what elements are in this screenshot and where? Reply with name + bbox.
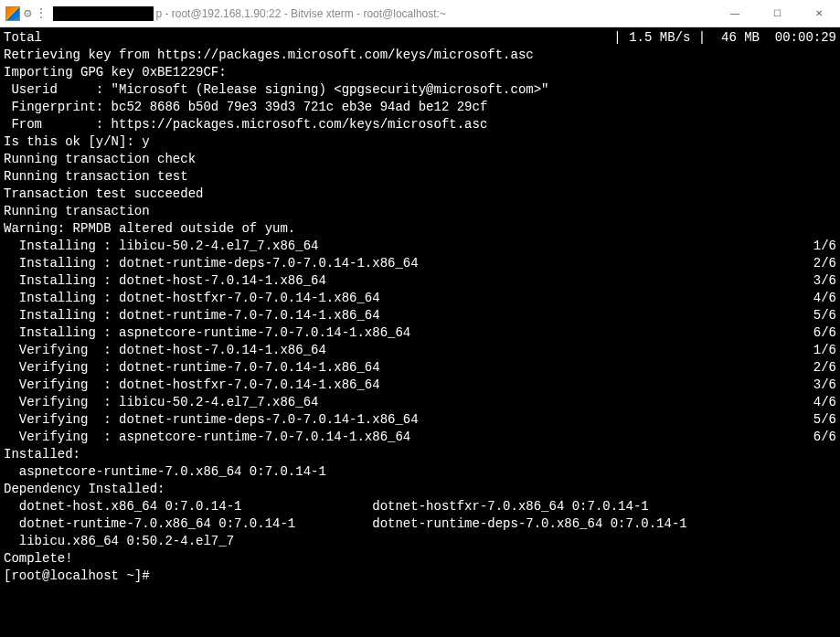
terminal-line: Installing : dotnet-hostfxr-7.0-7.0.14-1… (4, 290, 836, 307)
redacted-title (53, 6, 154, 21)
terminal-line: [root@localhost ~]# (4, 568, 836, 585)
terminal-text: Complete! (4, 551, 73, 566)
terminal-text: Installing : dotnet-hostfxr-7.0-7.0.14-1… (4, 291, 380, 305)
terminal-line: Verifying : aspnetcore-runtime-7.0-7.0.1… (4, 429, 836, 446)
terminal-text-right: 4/6 (813, 394, 836, 411)
terminal-text-right: 5/6 (813, 411, 836, 429)
terminal-text: Installing : libicu-50.2-4.el7_7.x86_64 (4, 239, 318, 253)
terminal-text: libicu.x86_64 0:50.2-4.el7_7 (4, 534, 234, 548)
terminal-text-right: | 1.5 MB/s | 46 MB 00:00:29 (613, 29, 836, 47)
terminal-line: Userid : "Microsoft (Release signing) <g… (4, 81, 836, 99)
terminal-line: Retrieving key from https://packages.mic… (4, 47, 836, 64)
terminal-line: Installed: (4, 446, 836, 463)
terminal-line: Importing GPG key 0xBE1229CF: (4, 64, 836, 81)
terminal-line: Running transaction test (4, 168, 836, 186)
terminal-line: Total| 1.5 MB/s | 46 MB 00:00:29 (4, 29, 836, 47)
terminal-text: Importing GPG key 0xBE1229CF: (4, 65, 227, 80)
terminal-line: Installing : aspnetcore-runtime-7.0-7.0.… (4, 324, 836, 342)
terminal-text: Is this ok [y/N]: y (4, 134, 150, 149)
terminal-line: Is this ok [y/N]: y (4, 133, 836, 151)
terminal-text: Running transaction (4, 204, 150, 218)
terminal-output[interactable]: Total| 1.5 MB/s | 46 MB 00:00:29Retrievi… (0, 27, 840, 637)
window-title: p - root@192.168.1.90:22 - Bitvise xterm… (155, 7, 446, 20)
terminal-line: Fingerprint: bc52 8686 b50d 79e3 39d3 72… (4, 99, 836, 116)
terminal-text-right: 3/6 (813, 377, 836, 394)
terminal-line: Installing : libicu-50.2-4.el7_7.x86_641… (4, 238, 836, 255)
terminal-line: libicu.x86_64 0:50.2-4.el7_7 (4, 533, 836, 550)
terminal-line: From : https://packages.microsoft.com/ke… (4, 116, 836, 133)
terminal-text: Verifying : libicu-50.2-4.el7_7.x86_64 (4, 395, 318, 409)
terminal-line: dotnet-runtime-7.0.x86_64 0:7.0.14-1 dot… (4, 515, 836, 533)
terminal-text: dotnet-host.x86_64 0:7.0.14-1 dotnet-hos… (4, 499, 649, 514)
terminal-line: Transaction test succeeded (4, 186, 836, 203)
terminal-text: Fingerprint: bc52 8686 b50d 79e3 39d3 72… (4, 100, 487, 114)
terminal-text: Verifying : dotnet-host-7.0.14-1.x86_64 (4, 343, 326, 357)
terminal-text-right: 1/6 (813, 238, 836, 255)
terminal-text: Installing : dotnet-runtime-deps-7.0-7.0… (4, 256, 419, 271)
terminal-text: Installing : dotnet-host-7.0.14-1.x86_64 (4, 273, 326, 288)
terminal-text: [root@localhost ~]# (4, 568, 150, 583)
terminal-line: Verifying : dotnet-runtime-deps-7.0-7.0.… (4, 411, 836, 429)
terminal-text: Running transaction check (4, 152, 196, 166)
terminal-text: Installing : aspnetcore-runtime-7.0-7.0.… (4, 325, 410, 340)
terminal-text: Userid : "Microsoft (Release signing) <g… (4, 82, 549, 97)
terminal-text: Installed: (4, 447, 80, 462)
terminal-line: Verifying : dotnet-runtime-7.0-7.0.14-1.… (4, 359, 836, 377)
terminal-text: Total (4, 30, 42, 45)
window-controls: — ☐ ✕ (714, 0, 840, 27)
terminal-text: Transaction test succeeded (4, 186, 203, 201)
app-icon (5, 6, 20, 21)
terminal-line: Running transaction (4, 203, 836, 220)
terminal-line: Dependency Installed: (4, 481, 836, 498)
terminal-line: dotnet-host.x86_64 0:7.0.14-1 dotnet-hos… (4, 498, 836, 515)
terminal-text: dotnet-runtime-7.0.x86_64 0:7.0.14-1 dot… (4, 516, 687, 531)
terminal-text: Running transaction test (4, 169, 188, 184)
toolbar-icon[interactable]: ⋮ (35, 5, 48, 21)
terminal-line: Complete! (4, 550, 836, 568)
terminal-line: Installing : dotnet-runtime-7.0-7.0.14-1… (4, 307, 836, 324)
terminal-line: Warning: RPMDB altered outside of yum. (4, 220, 836, 238)
terminal-text: aspnetcore-runtime-7.0.x86_64 0:7.0.14-1 (4, 464, 326, 479)
minimize-button[interactable]: — (714, 0, 756, 27)
terminal-text: Verifying : dotnet-runtime-7.0-7.0.14-1.… (4, 360, 380, 375)
terminal-line: Installing : dotnet-runtime-deps-7.0-7.0… (4, 255, 836, 272)
terminal-text: From : https://packages.microsoft.com/ke… (4, 117, 487, 132)
gear-icon[interactable]: ⚙ (24, 5, 31, 21)
close-button[interactable]: ✕ (798, 0, 840, 27)
terminal-text-right: 1/6 (813, 342, 836, 359)
terminal-text-right: 6/6 (813, 429, 836, 446)
terminal-line: Installing : dotnet-host-7.0.14-1.x86_64… (4, 272, 836, 290)
terminal-text-right: 6/6 (813, 324, 836, 342)
terminal-text: Verifying : dotnet-runtime-deps-7.0-7.0.… (4, 412, 419, 427)
terminal-text-right: 5/6 (813, 307, 836, 324)
terminal-line: Running transaction check (4, 151, 836, 168)
terminal-text-right: 2/6 (813, 359, 836, 377)
window-titlebar: ⚙ ⋮ p - root@192.168.1.90:22 - Bitvise x… (0, 0, 840, 27)
maximize-button[interactable]: ☐ (756, 0, 798, 27)
terminal-text: Dependency Installed: (4, 482, 165, 496)
terminal-text-right: 3/6 (813, 272, 836, 290)
terminal-text-right: 2/6 (813, 255, 836, 272)
terminal-text-right: 4/6 (813, 290, 836, 307)
terminal-text: Verifying : dotnet-hostfxr-7.0-7.0.14-1.… (4, 377, 380, 392)
terminal-line: Verifying : dotnet-host-7.0.14-1.x86_641… (4, 342, 836, 359)
terminal-line: Verifying : libicu-50.2-4.el7_7.x86_644/… (4, 394, 836, 411)
terminal-text: Verifying : aspnetcore-runtime-7.0-7.0.1… (4, 430, 410, 444)
terminal-line: aspnetcore-runtime-7.0.x86_64 0:7.0.14-1 (4, 463, 836, 481)
terminal-line: Verifying : dotnet-hostfxr-7.0-7.0.14-1.… (4, 377, 836, 394)
terminal-text: Retrieving key from https://packages.mic… (4, 48, 534, 62)
terminal-text: Installing : dotnet-runtime-7.0-7.0.14-1… (4, 308, 380, 323)
terminal-text: Warning: RPMDB altered outside of yum. (4, 221, 295, 236)
